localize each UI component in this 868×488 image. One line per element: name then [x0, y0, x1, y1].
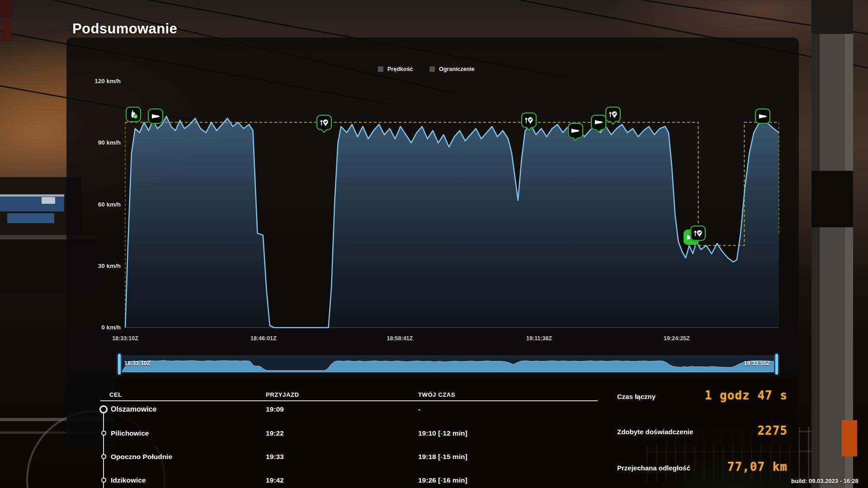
legend-item-speed[interactable]: Prędkość	[378, 66, 413, 72]
your-time: 19:26 [-16 min]	[418, 476, 467, 484]
station-name: Opoczno Południe	[111, 453, 172, 461]
signal-box-top-left	[0, 0, 13, 42]
scrubber-handle-left[interactable]	[118, 354, 121, 375]
your-time: 19:18 [-15 min]	[418, 453, 467, 461]
arrival-time: 19:42	[266, 476, 284, 484]
arrival-time: 19:09	[266, 405, 284, 413]
build-info: build: 09.03.2023 - 16:28	[791, 478, 859, 484]
stat-label-experience: Zdobyte doświadczenie	[617, 428, 693, 436]
pin-check-marker-icon	[316, 115, 332, 130]
x-tick-3: 19:11:38Z	[526, 335, 552, 342]
legend-limit-label: Ograniczenie	[439, 66, 475, 72]
x-tick-0: 18:33:10Z	[112, 335, 138, 342]
station-name: Pilichowice	[111, 429, 149, 437]
y-tick-60: 60 km/h	[66, 201, 121, 208]
col-header-twoj-czas: TWÓJ CZAS	[418, 391, 455, 398]
horn-marker-icon	[755, 108, 770, 124]
horn-marker-icon	[568, 123, 583, 138]
pin-check-marker-icon	[605, 107, 621, 122]
horn-marker-icon	[591, 115, 606, 130]
speed-swatch-icon	[378, 66, 383, 72]
pin-check-marker-icon	[521, 113, 537, 128]
arrival-time: 19:22	[266, 429, 284, 437]
pin-check-marker-icon	[690, 225, 706, 241]
col-header-cel: CEL	[109, 391, 122, 398]
station-name: Idzikowice	[111, 476, 146, 484]
station-name: Olszamowice	[111, 405, 156, 413]
y-tick-90: 90 km/h	[66, 139, 121, 146]
scrubber-profile	[120, 355, 776, 373]
scrubber-end-label: 19:33:55Z	[744, 360, 770, 366]
y-tick-120: 120 km/h	[66, 78, 121, 84]
right-pole	[811, 0, 857, 488]
horn-marker-icon	[148, 108, 163, 124]
x-tick-1: 18:46:01Z	[250, 335, 277, 342]
radio-check-marker-icon	[126, 107, 141, 122]
stat-label-distance: Przejechana odległość	[617, 464, 690, 472]
x-tick-2: 18:58:41Z	[387, 335, 413, 342]
limit-swatch-icon	[429, 66, 435, 72]
your-time: -	[418, 405, 420, 413]
legend-item-limit[interactable]: Ograniczenie	[429, 66, 475, 72]
stat-value-experience: 2275	[757, 424, 788, 437]
arrival-time: 19:33	[266, 453, 284, 461]
timeline-scrubber[interactable]: 18:33:10Z 19:33:55Z	[120, 355, 776, 373]
station-dot	[101, 478, 106, 483]
route-line	[103, 412, 104, 488]
station-dot-current	[99, 405, 108, 413]
y-tick-30: 30 km/h	[66, 263, 121, 269]
header-divider	[100, 400, 598, 401]
scrubber-start-label: 18:33:10Z	[124, 360, 151, 366]
station-dot	[101, 431, 106, 436]
page-title: Podsumowanie	[72, 21, 177, 37]
orange-sign	[842, 420, 857, 456]
your-time: 19:10 [-12 min]	[418, 429, 467, 437]
stat-value-distance: 77,07 km	[727, 460, 788, 474]
stat-value-total-time: 1 godz 47 s	[705, 389, 788, 402]
col-header-przyjazd: PRZYJAZD	[266, 391, 299, 398]
x-tick-4: 19:24:25Z	[664, 335, 690, 342]
station-dot	[101, 454, 106, 459]
y-tick-0: 0 km/h	[66, 324, 121, 331]
stat-label-total-time: Czas łączny	[617, 393, 656, 400]
legend-speed-label: Prędkość	[387, 66, 413, 72]
scrubber-handle-right[interactable]	[775, 354, 778, 375]
